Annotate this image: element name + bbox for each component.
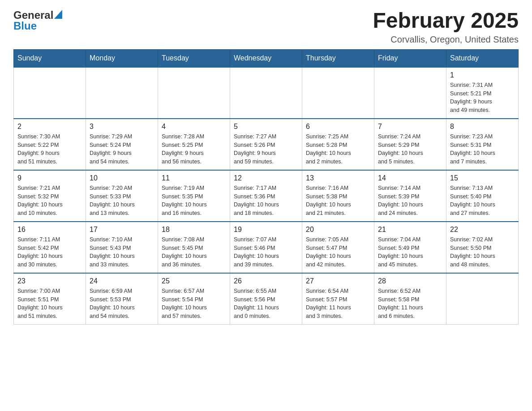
- day-cell: [446, 273, 519, 325]
- logo: General Blue: [13, 9, 62, 32]
- day-info: Sunrise: 7:13 AM Sunset: 5:40 PM Dayligh…: [450, 184, 515, 218]
- day-info: Sunrise: 7:17 AM Sunset: 5:36 PM Dayligh…: [234, 184, 298, 218]
- week-row-2: 2Sunrise: 7:30 AM Sunset: 5:22 PM Daylig…: [14, 119, 519, 170]
- day-info: Sunrise: 7:05 AM Sunset: 5:47 PM Dayligh…: [306, 235, 370, 269]
- day-header-thursday: Thursday: [302, 49, 374, 67]
- day-number: 4: [162, 123, 226, 131]
- day-cell: 27Sunrise: 6:54 AM Sunset: 5:57 PM Dayli…: [302, 273, 374, 325]
- day-number: 16: [17, 226, 82, 234]
- day-number: 25: [162, 277, 226, 285]
- day-info: Sunrise: 7:20 AM Sunset: 5:33 PM Dayligh…: [90, 184, 154, 218]
- day-info: Sunrise: 7:25 AM Sunset: 5:28 PM Dayligh…: [306, 133, 370, 166]
- day-number: 27: [306, 277, 370, 285]
- day-number: 22: [450, 226, 515, 234]
- day-info: Sunrise: 6:59 AM Sunset: 5:53 PM Dayligh…: [90, 287, 154, 321]
- day-cell: 17Sunrise: 7:10 AM Sunset: 5:43 PM Dayli…: [86, 222, 158, 273]
- day-info: Sunrise: 7:21 AM Sunset: 5:32 PM Dayligh…: [17, 184, 82, 218]
- day-cell: 7Sunrise: 7:24 AM Sunset: 5:29 PM Daylig…: [374, 119, 446, 170]
- day-number: 6: [306, 123, 370, 131]
- day-cell: 11Sunrise: 7:19 AM Sunset: 5:35 PM Dayli…: [158, 170, 230, 222]
- day-number: 2: [17, 123, 82, 131]
- day-number: 7: [378, 123, 442, 131]
- day-info: Sunrise: 6:57 AM Sunset: 5:54 PM Dayligh…: [162, 287, 226, 321]
- day-info: Sunrise: 6:55 AM Sunset: 5:56 PM Dayligh…: [234, 287, 298, 321]
- calendar-subtitle: Corvallis, Oregon, United States: [373, 34, 519, 45]
- day-info: Sunrise: 6:54 AM Sunset: 5:57 PM Dayligh…: [306, 287, 370, 321]
- day-number: 1: [450, 71, 515, 79]
- day-number: 5: [234, 123, 298, 131]
- week-row-1: 1Sunrise: 7:31 AM Sunset: 5:21 PM Daylig…: [14, 67, 519, 119]
- day-cell: [302, 67, 374, 119]
- day-number: 9: [17, 174, 82, 182]
- day-number: 14: [378, 174, 442, 182]
- day-number: 13: [306, 174, 370, 182]
- day-cell: 16Sunrise: 7:11 AM Sunset: 5:42 PM Dayli…: [14, 222, 86, 273]
- day-info: Sunrise: 7:28 AM Sunset: 5:25 PM Dayligh…: [162, 133, 226, 166]
- day-number: 3: [90, 123, 154, 131]
- day-cell: 6Sunrise: 7:25 AM Sunset: 5:28 PM Daylig…: [302, 119, 374, 170]
- page-header: General Blue February 2025 Corvallis, Or…: [13, 9, 519, 45]
- day-info: Sunrise: 7:16 AM Sunset: 5:38 PM Dayligh…: [306, 184, 370, 218]
- day-number: 12: [234, 174, 298, 182]
- day-cell: 4Sunrise: 7:28 AM Sunset: 5:25 PM Daylig…: [158, 119, 230, 170]
- day-cell: 25Sunrise: 6:57 AM Sunset: 5:54 PM Dayli…: [158, 273, 230, 325]
- day-number: 8: [450, 123, 515, 131]
- day-number: 11: [162, 174, 226, 182]
- day-cell: [158, 67, 230, 119]
- day-info: Sunrise: 7:10 AM Sunset: 5:43 PM Dayligh…: [90, 235, 154, 269]
- day-info: Sunrise: 6:52 AM Sunset: 5:58 PM Dayligh…: [378, 287, 442, 321]
- day-number: 10: [90, 174, 154, 182]
- day-number: 23: [17, 277, 82, 285]
- calendar-title: February 2025: [373, 9, 519, 33]
- day-cell: [374, 67, 446, 119]
- day-info: Sunrise: 7:08 AM Sunset: 5:45 PM Dayligh…: [162, 235, 226, 269]
- title-section: February 2025 Corvallis, Oregon, United …: [373, 9, 519, 45]
- day-cell: 12Sunrise: 7:17 AM Sunset: 5:36 PM Dayli…: [230, 170, 302, 222]
- day-cell: 5Sunrise: 7:27 AM Sunset: 5:26 PM Daylig…: [230, 119, 302, 170]
- day-cell: 19Sunrise: 7:07 AM Sunset: 5:46 PM Dayli…: [230, 222, 302, 273]
- day-cell: 1Sunrise: 7:31 AM Sunset: 5:21 PM Daylig…: [446, 67, 519, 119]
- day-header-monday: Monday: [86, 49, 158, 67]
- day-cell: [86, 67, 158, 119]
- day-number: 15: [450, 174, 515, 182]
- day-cell: 15Sunrise: 7:13 AM Sunset: 5:40 PM Dayli…: [446, 170, 519, 222]
- day-info: Sunrise: 7:19 AM Sunset: 5:35 PM Dayligh…: [162, 184, 226, 218]
- day-header-wednesday: Wednesday: [230, 49, 302, 67]
- day-cell: 18Sunrise: 7:08 AM Sunset: 5:45 PM Dayli…: [158, 222, 230, 273]
- day-cell: 9Sunrise: 7:21 AM Sunset: 5:32 PM Daylig…: [14, 170, 86, 222]
- day-info: Sunrise: 7:24 AM Sunset: 5:29 PM Dayligh…: [378, 133, 442, 166]
- day-cell: 24Sunrise: 6:59 AM Sunset: 5:53 PM Dayli…: [86, 273, 158, 325]
- day-number: 26: [234, 277, 298, 285]
- day-cell: 21Sunrise: 7:04 AM Sunset: 5:49 PM Dayli…: [374, 222, 446, 273]
- day-cell: [14, 67, 86, 119]
- day-number: 20: [306, 226, 370, 234]
- day-cell: 3Sunrise: 7:29 AM Sunset: 5:24 PM Daylig…: [86, 119, 158, 170]
- day-info: Sunrise: 7:04 AM Sunset: 5:49 PM Dayligh…: [378, 235, 442, 269]
- day-info: Sunrise: 7:00 AM Sunset: 5:51 PM Dayligh…: [17, 287, 82, 321]
- day-cell: 2Sunrise: 7:30 AM Sunset: 5:22 PM Daylig…: [14, 119, 86, 170]
- day-cell: 23Sunrise: 7:00 AM Sunset: 5:51 PM Dayli…: [14, 273, 86, 325]
- logo-arrow-icon: [54, 10, 62, 19]
- day-cell: 20Sunrise: 7:05 AM Sunset: 5:47 PM Dayli…: [302, 222, 374, 273]
- day-info: Sunrise: 7:31 AM Sunset: 5:21 PM Dayligh…: [450, 81, 515, 115]
- day-cell: 26Sunrise: 6:55 AM Sunset: 5:56 PM Dayli…: [230, 273, 302, 325]
- day-info: Sunrise: 7:23 AM Sunset: 5:31 PM Dayligh…: [450, 133, 515, 166]
- day-info: Sunrise: 7:30 AM Sunset: 5:22 PM Dayligh…: [17, 133, 82, 166]
- day-cell: 13Sunrise: 7:16 AM Sunset: 5:38 PM Dayli…: [302, 170, 374, 222]
- day-number: 24: [90, 277, 154, 285]
- day-number: 18: [162, 226, 226, 234]
- logo-blue-text: Blue: [13, 20, 37, 32]
- day-cell: 14Sunrise: 7:14 AM Sunset: 5:39 PM Dayli…: [374, 170, 446, 222]
- day-info: Sunrise: 7:14 AM Sunset: 5:39 PM Dayligh…: [378, 184, 442, 218]
- day-cell: [230, 67, 302, 119]
- week-row-4: 16Sunrise: 7:11 AM Sunset: 5:42 PM Dayli…: [14, 222, 519, 273]
- day-info: Sunrise: 7:07 AM Sunset: 5:46 PM Dayligh…: [234, 235, 298, 269]
- day-cell: 10Sunrise: 7:20 AM Sunset: 5:33 PM Dayli…: [86, 170, 158, 222]
- day-header-friday: Friday: [374, 49, 446, 67]
- day-headers-row: SundayMondayTuesdayWednesdayThursdayFrid…: [14, 49, 519, 67]
- day-number: 19: [234, 226, 298, 234]
- day-number: 28: [378, 277, 442, 285]
- day-cell: 8Sunrise: 7:23 AM Sunset: 5:31 PM Daylig…: [446, 119, 519, 170]
- day-header-tuesday: Tuesday: [158, 49, 230, 67]
- week-row-5: 23Sunrise: 7:00 AM Sunset: 5:51 PM Dayli…: [14, 273, 519, 325]
